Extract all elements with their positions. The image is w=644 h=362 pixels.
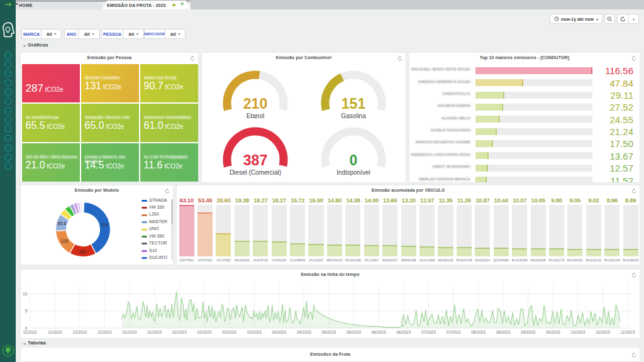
svg-text:08/2023: 08/2023 (471, 330, 486, 334)
svg-text:128: 128 (60, 239, 68, 243)
svg-text:11/2022: 11/2022 (48, 330, 62, 334)
svg-text:10/2023: 10/2023 (596, 330, 610, 334)
svg-text:12/2022: 12/2022 (97, 330, 112, 334)
svg-text:04/2023: 04/2023 (272, 330, 286, 334)
svg-text:5: 5 (25, 309, 28, 313)
svg-text:01/2023: 01/2023 (123, 330, 137, 334)
svg-text:10: 10 (23, 292, 28, 296)
svg-text:05/2023: 05/2023 (347, 330, 361, 334)
svg-text:10/2023: 10/2023 (571, 330, 586, 334)
svg-text:314: 314 (101, 222, 108, 227)
svg-text:03/2023: 03/2023 (222, 330, 236, 334)
svg-text:08/2023: 08/2023 (496, 330, 511, 334)
svg-text:07/2023: 07/2023 (421, 330, 436, 334)
svg-text:02/2023: 02/2023 (197, 330, 212, 334)
svg-text:11/2023: 11/2023 (621, 330, 635, 334)
svg-text:161: 161 (79, 250, 87, 254)
svg-text:09/2023: 09/2023 (521, 330, 535, 334)
svg-text:04/2023: 04/2023 (297, 330, 311, 334)
svg-text:09/2023: 09/2023 (546, 330, 560, 334)
svg-text:02/2023: 02/2023 (172, 330, 187, 334)
svg-text:85.6: 85.6 (57, 221, 66, 226)
svg-text:07/2023: 07/2023 (447, 330, 461, 334)
svg-text:03/2023: 03/2023 (247, 330, 262, 334)
svg-text:12/2022: 12/2022 (73, 330, 87, 334)
svg-text:01/2023: 01/2023 (147, 330, 162, 334)
svg-text:11/2022: 11/2022 (23, 330, 38, 334)
svg-text:05/2023: 05/2023 (322, 330, 336, 334)
svg-text:06/2023: 06/2023 (396, 330, 411, 334)
svg-text:06/2023: 06/2023 (372, 330, 386, 334)
